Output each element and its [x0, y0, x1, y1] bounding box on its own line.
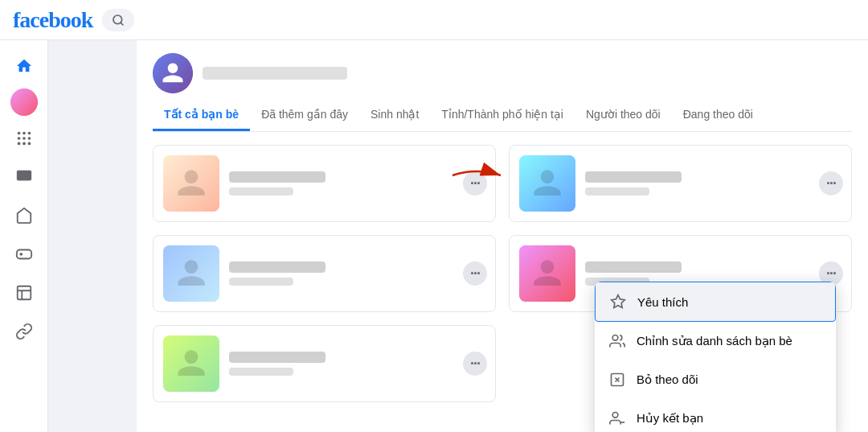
- svg-point-6: [23, 137, 26, 140]
- star-icon: [608, 292, 628, 311]
- svg-point-5: [17, 137, 20, 140]
- unfollow-icon: [608, 370, 627, 389]
- friend-card-3: ···: [153, 325, 496, 402]
- sidebar-item-menu[interactable]: [8, 122, 40, 154]
- facebook-logo: facebook: [13, 7, 92, 33]
- svg-rect-11: [16, 171, 31, 181]
- dropdown-item-favorite[interactable]: Yêu thích: [595, 282, 836, 322]
- tab-all-friends[interactable]: Tất cả bạn bè: [153, 100, 250, 131]
- svg-point-4: [27, 132, 31, 135]
- friend-name-right-2: [585, 261, 682, 273]
- tab-location[interactable]: Tỉnh/Thành phố hiện tại: [430, 100, 575, 131]
- edit-list-icon: [608, 331, 627, 351]
- friend-more-button-right-1[interactable]: ···: [819, 171, 843, 195]
- arrow-indicator: [444, 159, 509, 195]
- friend-photo-1[interactable]: [163, 155, 219, 212]
- dropdown-edit-list-label: Chỉnh sửa danh sách bạn bè: [637, 334, 792, 348]
- friend-more-button-2[interactable]: ···: [463, 261, 487, 286]
- search-icon: [112, 14, 125, 27]
- svg-point-2: [17, 132, 20, 135]
- friend-info-right-1: [585, 171, 841, 195]
- svg-rect-12: [16, 250, 31, 259]
- tabs-row: Tất cả bạn bè Đã thêm gần đây Sinh nhật …: [153, 100, 852, 132]
- svg-point-3: [23, 132, 26, 135]
- friend-info-3: [229, 352, 485, 376]
- sidebar-item-home[interactable]: [8, 50, 40, 82]
- svg-point-10: [27, 142, 31, 146]
- friend-mutual-2: [229, 278, 293, 286]
- profile-picture[interactable]: [153, 53, 193, 93]
- sidebar-item-gaming[interactable]: [8, 238, 40, 270]
- sidebar-item-watch[interactable]: [8, 161, 40, 193]
- header: facebook: [0, 0, 868, 40]
- dropdown-item-edit-list[interactable]: Chỉnh sửa danh sách bạn bè: [595, 322, 836, 360]
- friend-mutual-right-1: [585, 187, 649, 195]
- tab-recent[interactable]: Đã thêm gần đây: [250, 100, 359, 131]
- profile-name: [203, 67, 347, 80]
- friend-more-button-3[interactable]: ···: [463, 352, 487, 376]
- friend-name-1: [229, 171, 326, 183]
- friend-mutual-3: [229, 368, 293, 376]
- left-sidebar: [0, 40, 48, 432]
- svg-marker-15: [612, 295, 625, 308]
- svg-rect-13: [17, 286, 31, 300]
- search-bar[interactable]: [102, 9, 134, 31]
- sidebar-item-pages[interactable]: [8, 277, 40, 309]
- svg-point-9: [23, 142, 26, 146]
- main-layout: Tất cả bạn bè Đã thêm gần đây Sinh nhật …: [0, 40, 868, 432]
- profile-sidebar: [48, 40, 137, 432]
- friend-photo-right-1[interactable]: [519, 155, 575, 212]
- friend-photo-2[interactable]: [163, 245, 219, 302]
- friend-info-2: [229, 261, 485, 286]
- friend-name-right-1: [585, 171, 682, 183]
- dropdown-item-unfriend[interactable]: Hủy kết bạn: [595, 399, 836, 432]
- tab-birthday[interactable]: Sinh nhật: [359, 100, 430, 131]
- friend-name-3: [229, 352, 326, 363]
- friend-photo-right-2[interactable]: [519, 245, 575, 302]
- svg-line-1: [121, 23, 123, 25]
- sidebar-item-marketplace[interactable]: [8, 200, 40, 232]
- svg-point-16: [612, 335, 618, 341]
- dropdown-menu: Yêu thích Chỉnh sửa danh sách bạn bè Bỏ …: [595, 282, 836, 432]
- svg-point-7: [27, 137, 31, 140]
- dropdown-unfollow-label: Bỏ theo dõi: [637, 372, 698, 387]
- tab-following[interactable]: Đang theo dõi: [672, 100, 764, 131]
- friend-card-right-1: ···: [509, 145, 852, 222]
- friend-name-2: [229, 261, 326, 273]
- friend-card-2: ···: [153, 235, 496, 312]
- sidebar-item-avatar[interactable]: [10, 88, 38, 116]
- dropdown-item-unfollow[interactable]: Bỏ theo dõi: [595, 360, 836, 399]
- tab-followers[interactable]: Người theo dõi: [575, 100, 672, 131]
- profile-header: [153, 40, 852, 100]
- unfriend-icon: [608, 409, 627, 428]
- dropdown-favorite-label: Yêu thích: [637, 295, 688, 309]
- friend-mutual-1: [229, 187, 293, 195]
- content-area: Tất cả bạn bè Đã thêm gần đây Sinh nhật …: [137, 40, 868, 432]
- svg-point-18: [612, 413, 618, 418]
- dropdown-unfriend-label: Hủy kết bạn: [637, 411, 703, 426]
- friend-photo-3[interactable]: [163, 335, 219, 392]
- sidebar-item-links[interactable]: [8, 315, 40, 348]
- svg-point-8: [17, 142, 20, 146]
